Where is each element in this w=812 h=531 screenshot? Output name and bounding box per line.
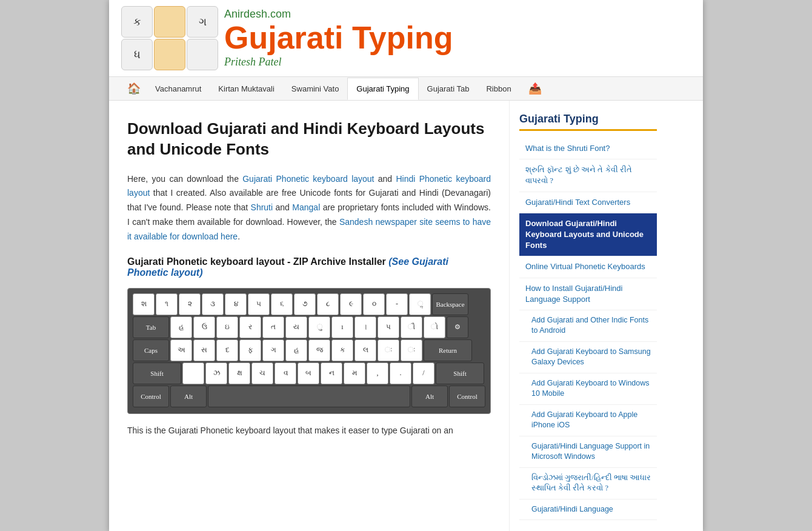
keyboard-icon-grid: ક ગ ધ <box>121 6 218 70</box>
sidebar: Gujarati Typing What is the Shruti Font?… <box>509 101 667 531</box>
caption-text: This is the Gujarati Phonetic keyboard l… <box>127 424 491 437</box>
key-sh: શ <box>133 293 155 315</box>
key-return: Return <box>424 339 472 361</box>
site-title-area: Anirdesh.com Gujarati Typing Pritesh Pat… <box>224 8 453 68</box>
key-5: ૫ <box>248 293 270 315</box>
key-a: અ <box>170 339 192 361</box>
key-i: ઇ <box>216 316 238 338</box>
key-period: . <box>390 362 411 384</box>
key-uv: ુ <box>308 316 330 338</box>
key-minus: - <box>386 293 408 315</box>
key-icon-2 <box>154 6 185 38</box>
key-vis2: ઃ <box>401 339 422 361</box>
page-title: Download Gujarati and Hindi Keyboard Lay… <box>127 119 491 160</box>
key-ctrl-l: Control <box>133 386 169 407</box>
key-bar: ı <box>331 316 353 338</box>
nav-vachanamrut[interactable]: Vachanamrut <box>147 78 210 99</box>
keyboard-row-5: Control Alt Alt Control <box>133 386 485 407</box>
sandesh-link[interactable]: Sandesh newspaper site seems to have it … <box>127 217 491 241</box>
sidebar-link-samsung[interactable]: Add Gujarati Keyboard to Samsung Galaxy … <box>519 342 657 373</box>
key-o: ો <box>424 316 445 338</box>
key-tab: Tab <box>133 316 169 338</box>
site-domain: Anirdesh.com <box>224 8 453 21</box>
gujarati-keyboard-link[interactable]: Gujarati Phonetic keyboard layout <box>242 174 374 184</box>
key-ma: મ <box>344 362 365 384</box>
keyboard-row-3: Caps અ સ દ ફ ગ હ જ ક લ ઃ ઃ Return <box>133 339 485 361</box>
sidebar-link-converters[interactable]: Gujarati/Hindi Text Converters <box>519 192 657 213</box>
key-8: ૮ <box>317 293 339 315</box>
sidebar-link-language[interactable]: Gujarati/Hindi Language <box>519 499 657 521</box>
key-ga: ગ <box>262 339 284 361</box>
key-6: ૬ <box>271 293 293 315</box>
keyboard-row-4: Shift ઝ ક્ષ ચ વ બ ન મ , . / Shift <box>133 362 485 384</box>
shruti-link[interactable]: Shruti <box>251 202 273 212</box>
home-icon[interactable]: 🏠 <box>121 77 147 100</box>
keyboard-row-1: શ ૧ ૨ ૩ ૪ ૫ ૬ ૭ ૮ ૯ ૦ - ૢ Backspace <box>133 293 485 315</box>
key-3: ૩ <box>202 293 224 315</box>
sidebar-link-shruti[interactable]: What is the Shruti Font? <box>519 138 657 159</box>
nav-swamini[interactable]: Swamini Vato <box>283 78 348 99</box>
nav-ribbon[interactable]: Ribbon <box>478 78 519 99</box>
key-pa: પ <box>378 316 399 338</box>
keyboard-row-2: Tab હ ઉ ઇ ર ત ય ુ ı । પ ૌ ો ⚙ <box>133 316 485 338</box>
key-icon-4: ધ <box>121 39 153 70</box>
key-ksh: ક્ષ <box>228 362 250 384</box>
key-fa: ફ <box>239 339 261 361</box>
site-header: ક ગ ધ Anirdesh.com Gujarati Typing Prite… <box>109 0 703 77</box>
key-za: ઝ <box>205 362 227 384</box>
sidebar-link-iphone[interactable]: Add Gujarati Keyboard to Apple iPhone iO… <box>519 405 657 436</box>
key-ba: બ <box>298 362 319 384</box>
key-icon-5 <box>154 39 185 70</box>
content-layout: Download Gujarati and Hindi Keyboard Lay… <box>109 101 703 531</box>
sidebar-link-win10mobile[interactable]: Add Gujarati Keyboard to Windows 10 Mobi… <box>519 373 657 405</box>
sidebar-link-windows[interactable]: Gujarati/Hindi Language Support in Micro… <box>519 436 657 468</box>
key-comma: , <box>367 362 388 384</box>
key-da: દ <box>216 339 238 361</box>
key-7: ૭ <box>294 293 316 315</box>
site-subtitle: Pritesh Patel <box>224 56 453 68</box>
key-na: ન <box>321 362 342 384</box>
sidebar-link-install[interactable]: How to Install Gujarati/Hindi Language S… <box>519 278 657 310</box>
key-alt-l: Alt <box>170 386 207 407</box>
sidebar-link-shruti-gujarati[interactable]: શ્રુતિ ફૉન્ટ શું છે અને તે કેવી રીતે વાપ… <box>519 159 657 192</box>
key-slash: / <box>413 362 434 384</box>
key-4: ૪ <box>225 293 247 315</box>
section-title: Gujarati Phonetic keyboard layout - ZIP … <box>127 256 491 278</box>
site-title: Gujarati Typing <box>224 21 453 55</box>
key-shift-l: Shift <box>133 362 181 384</box>
key-9: ૯ <box>340 293 362 315</box>
key-ka: ક <box>331 339 353 361</box>
key-pipe: । <box>354 316 376 338</box>
key-vis1: ઃ <box>378 339 399 361</box>
key-ha: હ <box>170 316 192 338</box>
key-cha: ચ <box>251 362 273 384</box>
key-alt-r: Alt <box>411 386 448 407</box>
header-logo: ક ગ ધ Anirdesh.com Gujarati Typing Prite… <box>121 6 691 70</box>
key-ya: ય <box>285 316 307 338</box>
nav-kirtan[interactable]: Kirtan Muktavali <box>210 78 282 99</box>
sidebar-link-virtual-keyboards[interactable]: Online Virtual Phonetic Keyboards <box>519 256 657 278</box>
key-icon-3: ગ <box>187 6 218 38</box>
main-nav: 🏠 Vachanamrut Kirtan Muktavali Swamini V… <box>109 77 703 101</box>
sidebar-title: Gujarati Typing <box>519 113 657 131</box>
nav-gujarati-tab[interactable]: Gujarati Tab <box>419 78 478 99</box>
key-icon-6 <box>187 39 218 70</box>
mangal-link[interactable]: Mangal <box>292 202 320 212</box>
key-u: ઉ <box>193 316 215 338</box>
key-space <box>208 386 410 407</box>
sidebar-link-download-active[interactable]: Download Gujarati/Hindi Keyboard Layouts… <box>519 213 657 257</box>
download-icon[interactable]: 📤 <box>522 77 548 100</box>
key-ha2: હ <box>285 339 307 361</box>
sidebar-link-android[interactable]: Add Gujarati and Other Indic Fonts to An… <box>519 310 657 342</box>
sidebar-link-windows-gujarati[interactable]: વિન્ડોઝમાં ગુજરાતી/હિન્દી ભાષા આધાર સ્થા… <box>519 468 657 499</box>
key-empty <box>182 362 204 384</box>
nav-gujarati-typing[interactable]: Gujarati Typing <box>347 78 418 100</box>
key-2: ૨ <box>179 293 201 315</box>
main-content: Download Gujarati and Hindi Keyboard Lay… <box>109 101 509 531</box>
intro-paragraph: Here, you can download the Gujarati Phon… <box>127 172 491 244</box>
key-la: લ <box>354 339 376 361</box>
key-ra: ર <box>239 316 261 338</box>
key-ctrl-r: Control <box>449 386 485 407</box>
key-backspace: Backspace <box>432 293 468 315</box>
key-0: ૦ <box>363 293 385 315</box>
